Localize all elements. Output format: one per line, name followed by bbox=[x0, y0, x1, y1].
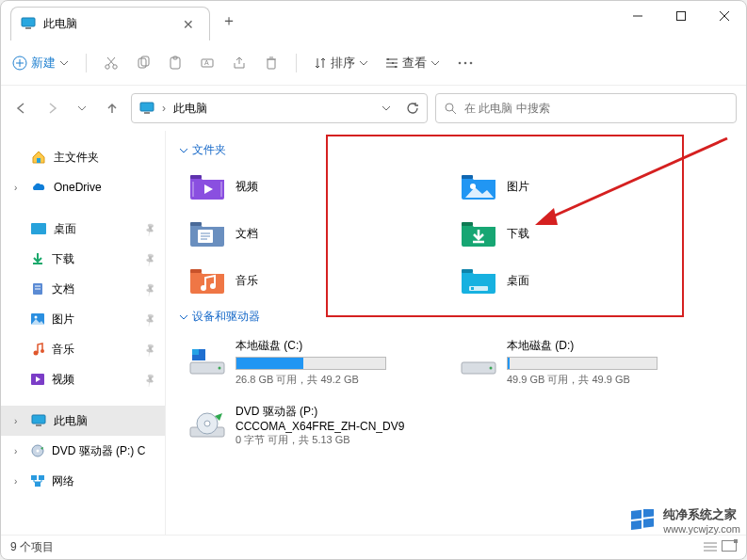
refresh-button[interactable] bbox=[406, 102, 419, 115]
dvd-drive-icon bbox=[188, 410, 226, 440]
watermark-name: 纯净系统之家 bbox=[663, 506, 740, 523]
address-dropdown[interactable] bbox=[382, 104, 391, 113]
svg-rect-1 bbox=[25, 27, 31, 29]
rename-button[interactable]: A bbox=[200, 56, 215, 71]
svg-rect-35 bbox=[37, 158, 41, 163]
section-folders[interactable]: 文件夹 bbox=[177, 138, 735, 162]
svg-point-70 bbox=[219, 367, 221, 370]
sidebar-item-onedrive[interactable]: › OneDrive bbox=[1, 172, 165, 202]
more-button[interactable] bbox=[457, 56, 474, 70]
svg-line-12 bbox=[107, 57, 114, 65]
copy-button[interactable] bbox=[136, 56, 151, 71]
documents-folder-icon bbox=[188, 218, 226, 248]
delete-button[interactable] bbox=[264, 56, 279, 71]
sidebar-item-music[interactable]: 音乐 bbox=[1, 334, 165, 364]
this-pc-icon bbox=[139, 102, 154, 115]
sidebar-item-desktop[interactable]: 桌面 bbox=[1, 214, 165, 244]
svg-rect-72 bbox=[192, 349, 199, 355]
home-icon bbox=[31, 150, 46, 165]
view-large-icon[interactable] bbox=[722, 540, 737, 554]
sidebar-item-videos[interactable]: 视频 bbox=[1, 364, 165, 394]
maximize-button[interactable] bbox=[659, 1, 703, 31]
section-label: 文件夹 bbox=[192, 142, 226, 158]
drive-icon bbox=[460, 347, 497, 377]
svg-point-30 bbox=[470, 61, 473, 64]
sidebar-item-dvd[interactable]: › DVD 驱动器 (P:) C bbox=[1, 436, 165, 466]
item-count: 9 个项目 bbox=[10, 539, 54, 555]
svg-point-77 bbox=[204, 421, 210, 426]
onedrive-icon bbox=[31, 182, 46, 193]
recent-button[interactable] bbox=[71, 97, 93, 120]
up-button[interactable] bbox=[101, 97, 123, 120]
svg-rect-49 bbox=[31, 475, 37, 480]
sidebar-label: DVD 驱动器 (P:) C bbox=[52, 443, 145, 459]
folder-videos[interactable]: 视频 bbox=[185, 166, 456, 207]
svg-rect-36 bbox=[31, 223, 46, 234]
chevron-down-icon bbox=[179, 146, 188, 155]
sidebar-label: 此电脑 bbox=[54, 413, 88, 429]
svg-line-34 bbox=[452, 110, 456, 114]
svg-rect-3 bbox=[677, 12, 686, 21]
search-icon bbox=[444, 102, 457, 115]
folders-grid: 视频 图片 文档 下载 音乐 bbox=[177, 162, 735, 305]
capacity-fill bbox=[508, 358, 510, 369]
drive-p[interactable]: DVD 驱动器 (P:) CCCOMA_X64FRE_ZH-CN_DV9 0 字… bbox=[185, 398, 456, 453]
drive-detail: 49.9 GB 可用，共 49.9 GB bbox=[507, 373, 723, 387]
cut-button[interactable] bbox=[104, 56, 119, 71]
svg-rect-54 bbox=[220, 182, 222, 197]
body: 主文件夹 › OneDrive 桌面 下载 文档 bbox=[1, 131, 746, 535]
folder-desktop[interactable]: 桌面 bbox=[456, 260, 727, 301]
search-bar[interactable] bbox=[435, 93, 737, 123]
downloads-folder-icon bbox=[460, 218, 497, 248]
back-button[interactable] bbox=[10, 97, 33, 120]
section-drives[interactable]: 设备和驱动器 bbox=[177, 305, 735, 328]
minimize-button[interactable] bbox=[616, 1, 659, 31]
this-pc-icon bbox=[31, 414, 46, 427]
view-details-icon[interactable] bbox=[703, 540, 718, 554]
drive-name: 本地磁盘 (C:) bbox=[235, 338, 452, 354]
sidebar-item-pictures[interactable]: 图片 bbox=[1, 304, 165, 334]
drive-name: 本地磁盘 (D:) bbox=[507, 338, 723, 354]
folder-downloads[interactable]: 下载 bbox=[456, 213, 727, 254]
drive-volume-label: CCCOMA_X64FRE_ZH-CN_DV9 bbox=[235, 420, 452, 433]
folder-documents[interactable]: 文档 bbox=[185, 213, 456, 254]
search-input[interactable] bbox=[464, 102, 728, 115]
svg-point-33 bbox=[446, 104, 453, 111]
close-button[interactable] bbox=[703, 1, 746, 31]
this-pc-icon bbox=[21, 17, 36, 32]
drives-grid: 本地磁盘 (C:) 26.8 GB 可用，共 49.2 GB 本地磁盘 (D:)… bbox=[177, 328, 735, 456]
drive-detail: 0 字节 可用，共 5.13 GB bbox=[235, 433, 452, 447]
view-button[interactable]: 查看 bbox=[385, 55, 440, 72]
tab-close-button[interactable]: ✕ bbox=[177, 15, 200, 34]
address-bar[interactable]: › 此电脑 bbox=[131, 93, 428, 123]
drive-d[interactable]: 本地磁盘 (D:) 49.9 GB 可用，共 49.9 GB bbox=[456, 332, 727, 392]
svg-point-10 bbox=[113, 64, 117, 68]
sidebar-item-documents[interactable]: 文档 bbox=[1, 274, 165, 304]
new-button[interactable]: 新建 bbox=[12, 55, 69, 72]
paste-button[interactable] bbox=[168, 56, 183, 71]
sidebar-item-home[interactable]: 主文件夹 bbox=[1, 142, 165, 172]
share-button[interactable] bbox=[232, 56, 247, 71]
sidebar-item-thispc[interactable]: › 此电脑 bbox=[1, 406, 165, 436]
folder-music[interactable]: 音乐 bbox=[185, 260, 456, 301]
sort-button[interactable]: 排序 bbox=[314, 55, 368, 72]
sidebar-item-network[interactable]: › 网络 bbox=[1, 466, 165, 496]
chevron-right-icon: › bbox=[14, 183, 24, 193]
sidebar-label: 图片 bbox=[52, 312, 74, 328]
folder-pictures[interactable]: 图片 bbox=[456, 166, 727, 207]
drive-detail: 26.8 GB 可用，共 49.2 GB bbox=[235, 373, 452, 387]
sort-label: 排序 bbox=[331, 55, 355, 72]
dvd-icon bbox=[31, 444, 44, 457]
forward-button[interactable] bbox=[41, 97, 63, 120]
sidebar-label: 下载 bbox=[52, 251, 74, 267]
svg-rect-19 bbox=[268, 59, 275, 69]
new-tab-button[interactable]: ＋ bbox=[210, 1, 248, 40]
svg-rect-68 bbox=[471, 287, 474, 290]
tab-this-pc[interactable]: 此电脑 ✕ bbox=[10, 7, 210, 40]
nav-pane: 主文件夹 › OneDrive 桌面 下载 文档 bbox=[1, 131, 166, 535]
drive-c[interactable]: 本地磁盘 (C:) 26.8 GB 可用，共 49.2 GB bbox=[185, 332, 456, 392]
sidebar-item-downloads[interactable]: 下载 bbox=[1, 244, 165, 274]
sidebar-label: 桌面 bbox=[54, 221, 76, 237]
svg-point-48 bbox=[37, 450, 40, 453]
section-label: 设备和驱动器 bbox=[192, 309, 260, 325]
